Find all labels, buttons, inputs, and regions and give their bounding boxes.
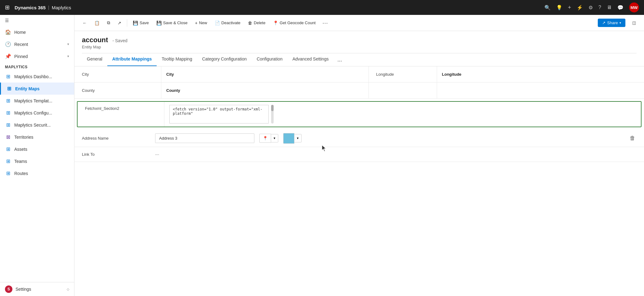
sidebar-item-templates[interactable]: ⊞ Maplytics Templat... bbox=[0, 95, 74, 107]
sidebar-item-home[interactable]: 🏠 Home bbox=[0, 26, 74, 38]
delete-button-label: Delete bbox=[254, 20, 266, 25]
bulb-icon[interactable]: 💡 bbox=[556, 5, 562, 11]
territories-icon: ⊠ bbox=[5, 134, 11, 140]
sidebar-item-pinned[interactable]: 📌 Pinned ▾ bbox=[0, 50, 74, 62]
sidebar-item-security[interactable]: ⊞ Maplytics Securit... bbox=[0, 119, 74, 131]
plus-icon[interactable]: + bbox=[568, 4, 571, 11]
chevron-down-icon-2: ▾ bbox=[67, 54, 69, 58]
dashboard-icon: ⊞ bbox=[5, 74, 11, 79]
pin-dropdown-button[interactable]: ▾ bbox=[271, 134, 278, 142]
filter-icon[interactable]: ⚡ bbox=[577, 5, 583, 11]
geocode-button[interactable]: 📍 Get Geocode Count bbox=[270, 19, 319, 27]
deactivate-icon: 📄 bbox=[215, 20, 220, 25]
sidebar-item-recent[interactable]: 🕐 Recent ▾ bbox=[0, 38, 74, 50]
save-close-button[interactable]: 💾 Save & Close bbox=[153, 19, 191, 27]
toolbar: ← 📋 ⧉ ↗ 💾 Save 💾 Save & Close + New 📄 De… bbox=[74, 15, 644, 31]
city-label: City bbox=[74, 66, 161, 82]
fetchxml-scrollbar[interactable] bbox=[271, 105, 274, 123]
sidebar-item-templates-label: Maplytics Templat... bbox=[14, 98, 69, 103]
color-dropdown-button[interactable]: ▾ bbox=[294, 134, 302, 142]
open-new-window-icon: ⧉ bbox=[107, 20, 110, 25]
color-swatch-button[interactable] bbox=[283, 133, 294, 144]
settings-nav-icon: S bbox=[5, 285, 12, 293]
record-title: account - Saved bbox=[82, 36, 637, 44]
main-content: ← 📋 ⧉ ↗ 💾 Save 💾 Save & Close + New 📄 De… bbox=[74, 15, 644, 296]
open-window-button[interactable]: ⧉ bbox=[104, 18, 113, 27]
new-button-label: New bbox=[199, 20, 207, 25]
back-button[interactable]: ← bbox=[79, 19, 90, 27]
address-row: Address Name 📍 ▾ ▾ 🗑 bbox=[74, 130, 644, 147]
tab-general[interactable]: General bbox=[82, 53, 107, 66]
sidebar-item-teams[interactable]: ⊞ Teams bbox=[0, 155, 74, 167]
top-bar-actions: 🔍 💡 + ⚡ ⚙ ? 🖥 💬 MW bbox=[544, 2, 639, 12]
sidebar: ☰ 🏠 Home 🕐 Recent ▾ 📌 Pinned ▾ Maplytics… bbox=[0, 15, 74, 296]
search-icon[interactable]: 🔍 bbox=[544, 5, 551, 11]
sidebar-item-pinned-label: Pinned bbox=[14, 54, 64, 59]
tabs-more-button[interactable]: ... bbox=[333, 53, 346, 66]
sidebar-item-territories[interactable]: ⊠ Territories bbox=[0, 131, 74, 143]
sidebar-item-routes[interactable]: ⊞ Routes bbox=[0, 167, 74, 179]
settings-icon[interactable]: ⚙ bbox=[588, 5, 593, 11]
sidebar-item-home-label: Home bbox=[14, 30, 69, 35]
city-value: City bbox=[161, 66, 369, 82]
tab-configuration[interactable]: Configuration bbox=[252, 53, 287, 66]
sidebar-item-teams-label: Teams bbox=[14, 159, 69, 164]
home-icon: 🏠 bbox=[5, 29, 11, 35]
deactivate-button[interactable]: 📄 Deactivate bbox=[212, 19, 244, 27]
delete-button[interactable]: 🗑 Delete bbox=[245, 19, 269, 27]
record-form-button[interactable]: 📋 bbox=[91, 19, 103, 27]
help-icon[interactable]: ? bbox=[598, 5, 601, 10]
save-icon: 💾 bbox=[133, 20, 138, 25]
sidebar-item-config[interactable]: ⊞ Maplytics Configu... bbox=[0, 107, 74, 119]
toolbar-more-button[interactable]: ⋯ bbox=[320, 18, 330, 28]
sidebar-item-settings[interactable]: S Settings ◇ bbox=[0, 282, 74, 296]
sidebar-item-entity-maps[interactable]: ⊞ Entity Maps bbox=[0, 83, 74, 95]
pin-button-group: 📍 ▾ bbox=[259, 134, 278, 143]
sidebar-item-dashboard[interactable]: ⊞ Maplytics Dashbo... bbox=[0, 70, 74, 83]
chat-icon[interactable]: 💬 bbox=[617, 5, 624, 11]
address-name-input[interactable] bbox=[155, 133, 254, 143]
tab-category-configuration[interactable]: Category Configuration bbox=[197, 53, 252, 66]
fetchxml-textarea[interactable] bbox=[169, 105, 269, 123]
sidebar-item-config-label: Maplytics Configu... bbox=[14, 110, 69, 115]
sidebar-item-dashboard-label: Maplytics Dashbo... bbox=[14, 74, 69, 79]
address-name-label: Address Name bbox=[82, 136, 150, 141]
link-to-row: Link To --- bbox=[74, 147, 644, 162]
tab-advanced-settings[interactable]: Advanced Settings bbox=[288, 53, 334, 66]
longitude-value: Longitude bbox=[437, 66, 644, 82]
top-bar: ⊞ Dynamics 365 | Maplytics 🔍 💡 + ⚡ ⚙ ? 🖥… bbox=[0, 0, 644, 15]
routes-icon: ⊞ bbox=[5, 170, 11, 176]
sidebar-item-security-label: Maplytics Securit... bbox=[14, 123, 69, 128]
sidebar-item-routes-label: Routes bbox=[14, 171, 69, 176]
link-to-label: Link To bbox=[82, 152, 150, 157]
county-label: County bbox=[74, 83, 161, 98]
sidebar-item-entity-maps-label: Entity Maps bbox=[15, 86, 69, 91]
delete-icon: 🗑 bbox=[248, 20, 252, 25]
new-icon: + bbox=[195, 20, 197, 25]
remote-icon[interactable]: 🖥 bbox=[607, 5, 612, 10]
avatar[interactable]: MW bbox=[629, 2, 639, 12]
pinned-icon: 📌 bbox=[5, 53, 11, 59]
content-area: City City Longitude Longitude County Cou… bbox=[74, 66, 644, 296]
apps-grid-icon[interactable]: ⊞ bbox=[5, 4, 10, 11]
save-close-button-label: Save & Close bbox=[163, 20, 188, 25]
geocode-button-label: Get Geocode Count bbox=[280, 20, 316, 25]
save-button[interactable]: 💾 Save bbox=[130, 19, 152, 27]
pin-icon: 📍 bbox=[263, 136, 268, 141]
tab-attribute-mappings[interactable]: Attribute Mappings bbox=[107, 53, 157, 66]
sidebar-collapse-button[interactable]: ☰ bbox=[0, 15, 74, 26]
entity-maps-icon: ⊞ bbox=[6, 86, 12, 92]
tab-tooltip-mapping[interactable]: Tooltip Mapping bbox=[157, 53, 197, 66]
longitude-label: Longitude bbox=[369, 66, 437, 82]
assign-button[interactable]: ↗ bbox=[114, 19, 124, 27]
security-icon: ⊞ bbox=[5, 122, 11, 128]
pin-button[interactable]: 📍 bbox=[259, 134, 271, 143]
share-button[interactable]: ↗ Share ▾ bbox=[598, 19, 625, 27]
address-delete-button[interactable]: 🗑 bbox=[628, 134, 637, 143]
link-to-value: --- bbox=[155, 152, 159, 157]
new-button[interactable]: + New bbox=[192, 19, 210, 27]
side-panel-button[interactable]: ◫ bbox=[629, 19, 639, 27]
chevron-down-icon: ▾ bbox=[67, 42, 69, 46]
county-label2 bbox=[369, 83, 437, 98]
sidebar-item-assets[interactable]: ⊞ Assets bbox=[0, 143, 74, 155]
